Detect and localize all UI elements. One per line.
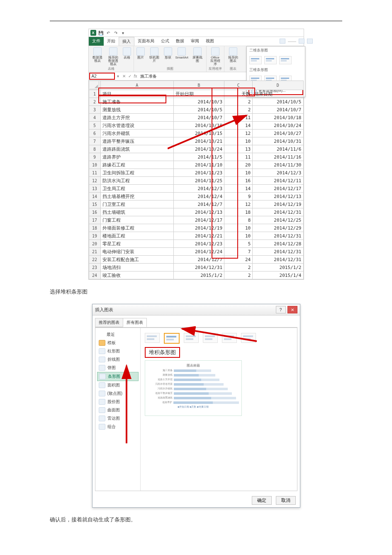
cell[interactable]: 2014/12/19	[173, 224, 224, 232]
bar2d-clustered-icon[interactable]	[249, 56, 262, 64]
online-pictures-button[interactable]: 联机图片	[147, 47, 161, 63]
tab-insert[interactable]: 插入	[119, 37, 134, 46]
row-header[interactable]: 10	[89, 161, 100, 169]
recommended-charts-button[interactable]: 推荐的图表	[226, 47, 240, 63]
row-header[interactable]: 4	[89, 114, 100, 122]
cell[interactable]: 2014/12/31	[253, 208, 303, 216]
enter-icon[interactable]: ✓	[127, 74, 133, 78]
cell[interactable]: 污雨水管道埋设	[100, 122, 173, 130]
cell[interactable]: 2014/10/24	[173, 145, 224, 153]
cell[interactable]: 2014/11/16	[253, 153, 303, 161]
cell[interactable]: 2014/10/7	[173, 114, 224, 122]
cell[interactable]: 2014/12/24	[173, 248, 224, 256]
row-header[interactable]: 15	[89, 200, 100, 208]
cell[interactable]: 2014/11/23	[173, 169, 224, 177]
cell[interactable]: 2014/10/3	[173, 98, 224, 106]
cell[interactable]: 楼地面工程	[100, 232, 173, 240]
cell[interactable]: 2014/12/11	[253, 177, 303, 185]
row-header[interactable]: 21	[89, 248, 100, 256]
cell[interactable]: 道路路面浇筑	[100, 145, 173, 153]
cell[interactable]: 2014/12/31	[253, 232, 303, 240]
cell[interactable]: 2014/12/4	[173, 193, 224, 200]
cell[interactable]: 7	[224, 248, 253, 256]
smartart-button[interactable]: SmartArt	[175, 47, 189, 63]
select-all-triangle[interactable]	[90, 81, 99, 89]
chart-type-area[interactable]: 面积图	[97, 381, 139, 389]
cell[interactable]: 2014/10/5	[173, 106, 224, 114]
col-header-C[interactable]: C	[224, 81, 253, 90]
cell[interactable]: 2014/10/18	[253, 114, 303, 122]
cell[interactable]: 施工准备	[100, 98, 173, 106]
cell[interactable]: 2014/10/27	[253, 130, 303, 137]
cell[interactable]: 2014/12/29	[253, 224, 303, 232]
cell[interactable]: 卫生间拆除工程	[100, 169, 173, 177]
chart-type-pie[interactable]: 饼图	[97, 364, 139, 372]
cell[interactable]: 2015/1/2	[253, 264, 303, 271]
row-header[interactable]: 1	[89, 90, 100, 98]
cell[interactable]: 门卫室工程	[100, 200, 173, 208]
cell[interactable]: 2015/1/2	[173, 271, 224, 279]
qat-more-icon[interactable]: ▾	[120, 30, 126, 36]
cell[interactable]: 2014/11/5	[173, 153, 224, 161]
cell[interactable]: 防洪水沟工程	[100, 177, 173, 185]
shapes-button[interactable]: 形状	[163, 47, 173, 63]
cell[interactable]: 2014/10/10	[173, 122, 224, 130]
cell[interactable]: 2014/11/25	[173, 177, 224, 185]
subtype-3d-100stacked-bar-icon[interactable]	[241, 333, 256, 343]
pictures-button[interactable]: 图片	[136, 47, 146, 63]
cell[interactable]: 开始日期	[173, 90, 224, 98]
chart-type-combo[interactable]: 组合	[97, 423, 139, 431]
cell[interactable]: 2014/11/30	[253, 161, 303, 169]
col-header-D[interactable]: D	[253, 81, 303, 90]
cell[interactable]: 18	[224, 208, 253, 216]
chart-type-bar[interactable]: 条形图	[97, 372, 139, 381]
cell[interactable]: 电动伸缩门安装	[100, 248, 173, 256]
cell[interactable]: 2014/12/7	[173, 200, 224, 208]
tab-review[interactable]: 审阅	[187, 37, 202, 46]
cell[interactable]: 天数	[224, 90, 253, 98]
cell[interactable]: 2014/10/31	[253, 137, 303, 145]
cell[interactable]: 13	[224, 145, 253, 153]
ok-button[interactable]: 确定	[252, 496, 272, 505]
chart-type-line[interactable]: 折线图	[97, 355, 139, 364]
cell[interactable]: 2014/10/5	[253, 98, 303, 106]
cell[interactable]: 20	[224, 161, 253, 169]
row-header[interactable]: 18	[89, 224, 100, 232]
row-header[interactable]: 13	[89, 185, 100, 193]
cell[interactable]: 2014/12/13	[253, 193, 303, 200]
chart-type-column-icon[interactable]	[280, 39, 285, 44]
cancel-button[interactable]: 取消	[276, 496, 296, 505]
office-apps-button[interactable]: Office 应用程序	[208, 47, 222, 66]
chart-type-folder[interactable]: 模板	[97, 339, 139, 347]
redo-icon[interactable]: ↷	[113, 30, 119, 36]
subtype-3d-stacked-bar-icon[interactable]	[222, 333, 237, 343]
chart-type-radar[interactable]: 雷达图	[97, 414, 139, 423]
tab-layout[interactable]: 页面布局	[134, 37, 158, 46]
cell[interactable]: 2014/12/19	[253, 200, 303, 208]
row-header[interactable]: 17	[89, 216, 100, 224]
row-header[interactable]: 12	[89, 177, 100, 185]
tab-view[interactable]: 视图	[202, 37, 217, 46]
recommended-pivot-button[interactable]: 推荐的数据透视表	[106, 47, 120, 66]
cell[interactable]: 16	[224, 177, 253, 185]
cell[interactable]: 9	[224, 193, 253, 200]
cell[interactable]: 10	[224, 232, 253, 240]
row-header[interactable]: 14	[89, 193, 100, 200]
cell[interactable]: 2014/11/10	[173, 161, 224, 169]
namebox-dropdown-icon[interactable]: ▾	[115, 74, 121, 78]
cancel-icon[interactable]: ✕	[121, 74, 127, 78]
cell[interactable]: 2	[224, 271, 253, 279]
row-header[interactable]: 6	[89, 130, 100, 137]
row-header[interactable]: 20	[89, 240, 100, 248]
row-header[interactable]: 23	[89, 264, 100, 271]
cell[interactable]: 2	[224, 106, 253, 114]
subtype-clustered-bar-icon[interactable]	[145, 333, 160, 343]
cell[interactable]: 12	[224, 200, 253, 208]
cell[interactable]: 场地清扫	[100, 264, 173, 271]
worksheet[interactable]: A B C D 1项目开始日期天数结束日期2施工准备2014/10/322014…	[89, 81, 304, 279]
dialog-tab-all[interactable]: 所有图表	[123, 318, 147, 327]
row-header[interactable]: 22	[89, 256, 100, 264]
row-header[interactable]: 5	[89, 122, 100, 130]
subtype-100stacked-bar-icon[interactable]	[184, 333, 199, 343]
cell[interactable]: 2014/12/17	[173, 216, 224, 224]
